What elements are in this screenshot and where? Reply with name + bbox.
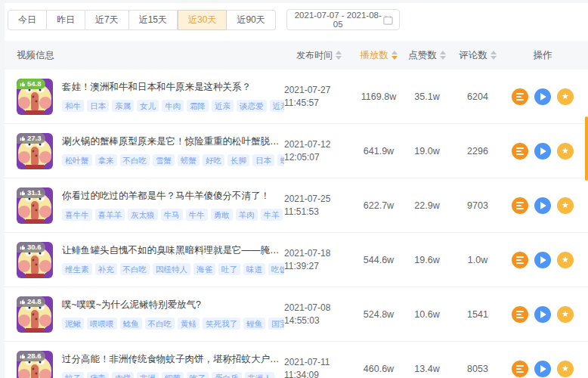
video-thumbnail[interactable]: 24.8 xyxy=(17,296,53,333)
video-tag[interactable]: 吐了 xyxy=(218,263,240,275)
video-thumbnail[interactable]: 54.8 xyxy=(17,79,53,115)
video-tag[interactable]: 近亲 xyxy=(212,100,234,112)
video-title[interactable]: 噗~噗噗~为什么泥鳅特别爱放气? xyxy=(62,299,284,311)
data-analysis-button[interactable] xyxy=(512,88,528,105)
col-header-publish-time[interactable]: 发布时间 xyxy=(284,49,354,62)
video-thumbnail[interactable]: 30.6 xyxy=(17,242,53,278)
play-video-button[interactable] xyxy=(534,143,551,160)
favorite-button[interactable]: ★ xyxy=(557,88,574,105)
favorite-button[interactable]: ★ xyxy=(557,252,574,268)
sort-caret-icon[interactable] xyxy=(336,51,342,60)
video-tag[interactable]: 国宝 xyxy=(268,318,284,330)
video-tag[interactable]: 牛羊 xyxy=(261,209,283,221)
video-tag[interactable]: 非洲 xyxy=(137,372,159,378)
video-tag[interactable]: 吃饭 xyxy=(268,263,284,275)
video-tag[interactable]: 勇敢 xyxy=(211,209,233,221)
sort-caret-icon[interactable] xyxy=(491,51,497,60)
video-tag[interactable]: 海雀 xyxy=(193,263,215,275)
video-tag[interactable]: 肉饼 xyxy=(112,372,134,378)
data-analysis-button[interactable] xyxy=(512,197,528,214)
video-tag[interactable]: 鲤鱼 xyxy=(243,318,265,330)
publish-time-cell: 2021-07-25 11:51:53 xyxy=(284,193,354,218)
video-tag[interactable]: 不白吃 xyxy=(145,318,175,330)
video-thumbnail[interactable]: 31.1 xyxy=(17,187,53,224)
video-tag[interactable]: 牛牛 xyxy=(186,209,208,221)
data-analysis-button[interactable] xyxy=(512,252,528,268)
video-tag[interactable]: 霜降 xyxy=(187,100,209,112)
sort-caret-icon[interactable] xyxy=(440,51,446,60)
video-tag[interactable]: 非洲人 xyxy=(245,372,275,378)
video-tag[interactable]: 维生素 xyxy=(62,263,92,275)
favorite-button[interactable]: ★ xyxy=(557,361,574,377)
table-row: 28.6 过分高能！非洲传统食物蚊子肉饼，堪称招蚊大户的翻身菜！ 蚊子病毒肉饼非… xyxy=(5,342,588,378)
video-tag[interactable]: 因纽特人 xyxy=(153,263,190,275)
video-tag[interactable]: 味道 xyxy=(243,263,265,275)
video-tag[interactable]: 好吃 xyxy=(203,154,224,166)
video-tag[interactable]: 雪蟹 xyxy=(153,154,175,166)
video-tag[interactable]: 鲶鱼 xyxy=(120,318,142,330)
video-tag[interactable]: 牛肉 xyxy=(162,100,184,112)
video-title[interactable]: 涮火锅的蟹棒原型原来是它！惊险重重的松叶蟹脱壳之旅~ xyxy=(62,135,284,148)
video-thumbnail[interactable]: 28.6 xyxy=(17,351,53,378)
video-tag[interactable]: 喂喂喂 xyxy=(87,318,117,330)
video-tag[interactable]: 细菌 xyxy=(162,372,184,378)
video-tag[interactable]: 不白吃 xyxy=(120,154,150,166)
video-tag[interactable]: 喜牛牛 xyxy=(62,209,92,221)
video-tag[interactable]: 病毒 xyxy=(87,372,109,378)
video-tag[interactable]: 灰太狼 xyxy=(128,209,158,221)
col-header-comment-count[interactable]: 评论数 xyxy=(450,49,505,62)
filter-button-5[interactable]: 近90天 xyxy=(227,10,275,30)
video-title[interactable]: 让鲱鱼罐头自愧不如的臭味黑暗料理就是它——腌海雀！ xyxy=(62,244,284,257)
list-lines-icon xyxy=(516,92,524,101)
video-tag[interactable]: 泥鳅 xyxy=(62,318,84,330)
col-header-play-count[interactable]: 播放数 xyxy=(354,49,404,62)
play-video-button[interactable] xyxy=(534,88,551,105)
video-thumbnail[interactable]: 27.3 xyxy=(17,133,53,169)
video-title[interactable]: 套娃！澳洲和牛和日本和牛原来是这种关系？ xyxy=(62,81,284,94)
video-tag[interactable]: 亲属 xyxy=(112,100,134,112)
vertical-scrollbar[interactable] xyxy=(585,116,588,181)
video-tag[interactable]: 补充 xyxy=(95,263,117,275)
filter-button-2[interactable]: 近7天 xyxy=(85,10,129,30)
video-tag[interactable]: 日本 xyxy=(87,100,109,112)
video-tag[interactable]: 螃蟹 xyxy=(178,154,200,166)
play-video-button[interactable] xyxy=(534,197,551,214)
filter-button-3[interactable]: 近15天 xyxy=(129,10,178,30)
video-tag[interactable]: 拿来 xyxy=(95,154,117,166)
calendar-icon xyxy=(383,15,393,25)
play-video-button[interactable] xyxy=(534,252,551,268)
video-tag[interactable]: 笑死我了 xyxy=(203,318,240,330)
sort-caret-icon-active[interactable] xyxy=(391,51,398,60)
video-tag[interactable]: 女儿 xyxy=(137,100,159,112)
filter-button-0[interactable]: 今日 xyxy=(8,10,47,30)
favorite-button[interactable]: ★ xyxy=(557,143,574,160)
video-tag[interactable]: 不白吃 xyxy=(120,263,150,275)
video-tag[interactable]: 松叶蟹 xyxy=(62,154,92,166)
video-tag[interactable]: 牛马 xyxy=(161,209,183,221)
video-tag[interactable]: 喜羊羊 xyxy=(95,209,125,221)
video-tag[interactable]: 近亲结婚 xyxy=(270,100,285,112)
video-tag[interactable]: 长脚 xyxy=(227,154,249,166)
data-analysis-button[interactable] xyxy=(512,143,528,160)
video-title[interactable]: 你看过的吃过的羊都是牛？马牛羊傻傻分不清了！ xyxy=(62,190,284,203)
video-tag[interactable]: 谈恋爱 xyxy=(237,100,267,112)
filter-button-4[interactable]: 近30天 xyxy=(178,10,227,30)
favorite-button[interactable]: ★ xyxy=(557,306,574,323)
video-tag[interactable]: 蚊子 xyxy=(62,372,84,378)
video-tag[interactable]: 吃了 xyxy=(187,372,209,378)
date-range-picker[interactable]: 2021-07-07 - 2021-08-05 xyxy=(286,9,400,30)
col-header-like-count[interactable]: 点赞数 xyxy=(404,49,450,62)
play-video-button[interactable] xyxy=(534,306,551,323)
video-title[interactable]: 过分高能！非洲传统食物蚊子肉饼，堪称招蚊大户的翻身菜！ xyxy=(62,353,284,366)
favorite-button[interactable]: ★ xyxy=(557,197,574,214)
play-video-button[interactable] xyxy=(534,361,551,377)
video-tag[interactable]: 和牛 xyxy=(62,100,84,112)
data-analysis-button[interactable] xyxy=(512,361,528,377)
video-tag[interactable]: 蜘蛛蟹 xyxy=(277,154,284,166)
filter-button-1[interactable]: 昨日 xyxy=(47,10,85,30)
video-tag[interactable]: 黄鳝 xyxy=(178,318,200,330)
data-analysis-button[interactable] xyxy=(512,306,528,323)
video-tag[interactable]: 蛋白质 xyxy=(212,372,242,378)
video-tag[interactable]: 日本 xyxy=(252,154,274,166)
video-tag[interactable]: 羊肉 xyxy=(236,209,258,221)
